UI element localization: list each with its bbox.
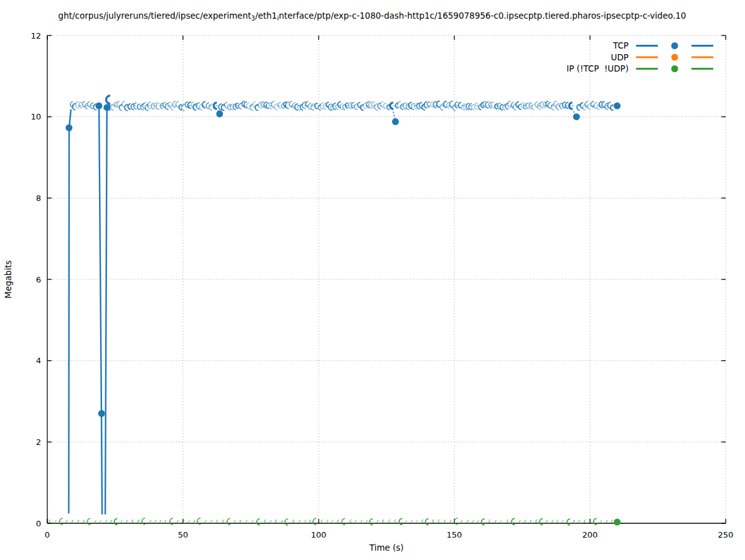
ip-marker — [293, 520, 294, 523]
tcp-plateau-marker — [278, 102, 281, 108]
ip-marker — [111, 520, 112, 523]
chart-title: ght/corpus/julyreruns/tiered/ipsec/exper… — [59, 11, 686, 22]
ip-marker — [612, 520, 613, 523]
tcp-plateau-marker — [79, 102, 82, 108]
ip-marker — [170, 518, 173, 525]
ip-marker — [235, 520, 236, 523]
legend-dot — [672, 65, 678, 72]
tcp-plateau-marker — [172, 101, 176, 108]
legend-label: TCP — [612, 40, 629, 50]
ip-marker — [438, 520, 439, 523]
ip-marker — [563, 520, 564, 523]
ip-marker — [49, 520, 50, 523]
ip-marker — [299, 520, 301, 523]
ip-marker — [126, 520, 128, 523]
legend: TCPUDPIP (!TCP !UDP) — [566, 40, 713, 73]
ip-marker — [223, 520, 224, 523]
x-axis-label: Time (s) — [369, 543, 404, 553]
ip-marker — [342, 518, 345, 525]
tcp-plateau-marker — [311, 104, 314, 110]
ip-marker — [321, 520, 322, 523]
ip-marker — [525, 520, 526, 523]
tcp-plateau-marker — [556, 103, 559, 110]
ip-marker — [150, 520, 151, 523]
tcp-half-marker — [390, 103, 393, 109]
ip-marker — [552, 520, 553, 523]
ip-marker — [313, 518, 316, 525]
ip-marker — [482, 519, 485, 525]
ip-marker — [350, 520, 351, 523]
ip-marker — [536, 520, 537, 523]
tcp-plateau-marker — [436, 101, 439, 107]
tcp-plateau-marker — [591, 101, 594, 107]
ip-series — [49, 518, 621, 526]
tcp-drop-line — [99, 106, 102, 515]
ip-marker — [399, 518, 402, 525]
ip-marker — [426, 519, 429, 525]
y-tick-label-10: 10 — [30, 112, 41, 121]
y-tick-label-8: 8 — [36, 194, 41, 203]
tcp-series — [65, 96, 621, 515]
tcp-plateau-marker — [358, 103, 360, 108]
tcp-drop-line — [68, 110, 70, 513]
throughput-chart: 050100150200250024681012 TCPUDPIP (!TCP … — [0, 0, 745, 560]
legend-label: IP (!TCP !UDP) — [566, 63, 629, 73]
tcp-point — [65, 124, 72, 131]
tcp-plateau-marker — [246, 103, 250, 109]
tcp-plateau-marker — [302, 102, 306, 109]
ip-marker — [256, 519, 260, 525]
tcp-plateau-marker — [202, 101, 205, 108]
x-tick-label-0: 0 — [45, 530, 50, 539]
tcp-plateau-marker — [88, 101, 90, 106]
tcp-plateau-marker — [444, 101, 447, 108]
y-tick-label-6: 6 — [36, 275, 41, 284]
ip-marker — [601, 520, 602, 523]
tcp-point — [392, 118, 399, 125]
tcp-plateau-marker — [124, 105, 128, 111]
ip-marker — [276, 520, 277, 523]
tcp-plateau-marker — [222, 105, 225, 111]
legend-entry-tcp: TCP — [612, 40, 713, 50]
tcp-plateau-marker — [206, 103, 209, 108]
data-series — [49, 96, 621, 526]
ip-marker — [584, 520, 586, 523]
y-tick-label-12: 12 — [30, 31, 41, 40]
tcp-plateau-marker — [428, 101, 431, 107]
tcp-plateau-marker — [548, 103, 551, 108]
tcp-plateau-marker — [111, 105, 114, 110]
legend-dot — [672, 54, 678, 61]
tcp-plateau-marker — [286, 102, 289, 109]
ip-marker — [87, 518, 90, 525]
tcp-point — [98, 410, 105, 417]
tcp-plateau-marker — [289, 101, 293, 107]
tcp-plateau-marker — [459, 103, 461, 108]
ip-marker — [327, 520, 328, 523]
ip-marker — [395, 520, 396, 523]
tcp-point — [573, 113, 580, 120]
x-tick-label-100: 100 — [311, 530, 327, 539]
tcp-plateau-marker — [380, 101, 383, 108]
tcp-plateau-marker — [526, 103, 528, 109]
ip-marker — [240, 520, 241, 523]
ip-marker — [383, 520, 384, 523]
tcp-plateau-marker — [138, 104, 140, 110]
tcp-plateau-marker — [274, 104, 278, 110]
tcp-plateau-marker — [440, 104, 443, 110]
ip-marker — [361, 520, 362, 523]
tcp-point — [614, 103, 621, 110]
tcp-plateau-marker — [383, 103, 387, 109]
throughput-plot-window: 050100150200250024681012 TCPUDPIP (!TCP … — [0, 0, 745, 560]
tcp-plateau-marker — [433, 101, 436, 108]
ip-marker — [132, 520, 133, 523]
y-tick-label-2: 2 — [36, 437, 41, 447]
tcp-plateau-marker — [351, 103, 354, 108]
tcp-big-arc-marker — [106, 96, 110, 104]
ip-marker — [370, 519, 373, 525]
tcp-plateau-marker — [485, 101, 489, 108]
tcp-plateau-marker — [447, 103, 450, 108]
tcp-plateau-marker — [168, 102, 171, 108]
ip-marker — [305, 520, 306, 523]
ip-end-point — [614, 519, 621, 526]
ip-marker — [285, 519, 288, 525]
tcp-plateau-marker — [315, 103, 317, 109]
